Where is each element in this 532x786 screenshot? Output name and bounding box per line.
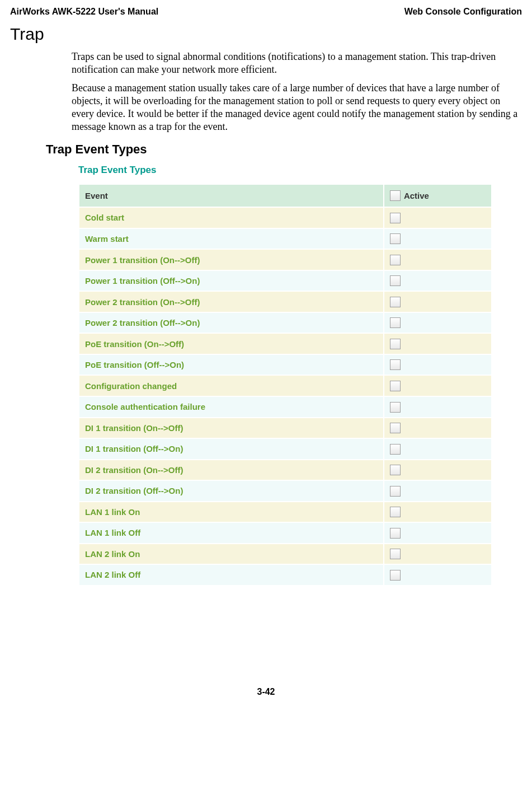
event-label: LAN 1 link Off [85,528,140,537]
paragraph-1: Traps can be used to signal abnormal con… [72,50,522,76]
event-label: LAN 2 link On [85,549,140,559]
event-label: DI 2 transition (On-->Off) [85,465,183,475]
table-row: Power 2 transition (On-->Off) [79,291,492,312]
active-all-checkbox[interactable] [390,190,401,201]
active-cell [384,460,492,481]
active-checkbox[interactable] [390,213,401,223]
table-row: PoE transition (On-->Off) [79,333,492,354]
event-cell: Configuration changed [79,375,384,396]
event-label: LAN 1 link On [85,507,140,517]
event-cell: LAN 2 link Off [79,564,384,586]
event-cell: Power 2 transition (Off-->On) [79,312,384,334]
event-label: Cold start [85,213,124,222]
active-checkbox[interactable] [390,486,401,497]
table-row: Console authentication failure [79,396,492,418]
event-cell: DI 1 transition (On-->Off) [79,418,384,439]
header-left: AirWorks AWK-5222 User's Manual [10,7,158,17]
active-cell [384,207,492,228]
active-checkbox[interactable] [390,297,401,307]
active-checkbox[interactable] [390,359,401,370]
event-cell: DI 1 transition (Off-->On) [79,438,384,460]
active-cell [384,291,492,312]
active-checkbox[interactable] [390,339,401,349]
th-active: Active [384,184,492,207]
event-label: Power 2 transition (On-->Off) [85,297,200,307]
trap-table-title: Trap Event Types [78,165,522,176]
event-label: Power 2 transition (Off-->On) [85,318,200,328]
active-cell [384,438,492,460]
active-cell [384,544,492,565]
active-checkbox[interactable] [390,233,401,244]
table-row: DI 1 transition (On-->Off) [79,418,492,439]
event-label: Power 1 transition (Off-->On) [85,276,200,286]
active-checkbox[interactable] [390,444,401,455]
active-cell [384,418,492,439]
page-footer: 3-42 [10,687,522,697]
event-label: PoE transition (Off-->On) [85,360,184,369]
table-row: DI 2 transition (Off-->On) [79,480,492,502]
active-checkbox[interactable] [390,275,401,286]
active-checkbox[interactable] [390,423,401,433]
header-right: Web Console Configuration [404,7,522,17]
active-cell [384,354,492,376]
event-label: DI 1 transition (Off-->On) [85,444,183,453]
table-row: LAN 1 link Off [79,522,492,544]
table-row: LAN 1 link On [79,502,492,523]
active-cell [384,270,492,292]
active-checkbox[interactable] [390,465,401,475]
event-cell: LAN 1 link Off [79,522,384,544]
active-checkbox[interactable] [390,507,401,517]
active-checkbox[interactable] [390,402,401,413]
table-row: Cold start [79,207,492,228]
active-checkbox[interactable] [390,381,401,391]
event-cell: DI 2 transition (Off-->On) [79,480,384,502]
event-cell: Power 1 transition (On-->Off) [79,249,384,270]
active-cell [384,249,492,270]
event-label: Power 1 transition (On-->Off) [85,255,200,265]
event-label: DI 2 transition (Off-->On) [85,486,183,495]
event-cell: LAN 2 link On [79,544,384,565]
event-label: PoE transition (On-->Off) [85,339,184,349]
table-row: Power 1 transition (Off-->On) [79,270,492,292]
table-row: DI 2 transition (On-->Off) [79,460,492,481]
th-active-label: Active [404,191,429,200]
active-cell [384,312,492,334]
table-row: Configuration changed [79,375,492,396]
event-label: DI 1 transition (On-->Off) [85,423,183,433]
event-cell: DI 2 transition (On-->Off) [79,460,384,481]
event-cell: Warm start [79,228,384,250]
active-cell [384,333,492,354]
event-cell: PoE transition (On-->Off) [79,333,384,354]
event-cell: Console authentication failure [79,396,384,418]
active-cell [384,375,492,396]
event-cell: LAN 1 link On [79,502,384,523]
section-h2: Trap Event Types [46,142,522,157]
trap-event-table: Event Active Cold startWarm startPower 1… [78,184,492,586]
event-cell: Power 1 transition (Off-->On) [79,270,384,292]
active-cell [384,502,492,523]
event-cell: Cold start [79,207,384,228]
table-row: LAN 2 link On [79,544,492,565]
event-cell: Power 2 transition (On-->Off) [79,291,384,312]
event-label: LAN 2 link Off [85,570,140,579]
active-cell [384,480,492,502]
active-checkbox[interactable] [390,317,401,328]
active-checkbox[interactable] [390,570,401,581]
active-checkbox[interactable] [390,255,401,265]
table-row: Power 2 transition (Off-->On) [79,312,492,334]
table-row: DI 1 transition (Off-->On) [79,438,492,460]
event-label: Warm start [85,234,129,244]
active-cell [384,228,492,250]
section-h1: Trap [10,25,522,44]
table-row: PoE transition (Off-->On) [79,354,492,376]
th-event: Event [79,184,384,207]
event-label: Configuration changed [85,381,177,391]
table-row: Warm start [79,228,492,250]
active-checkbox[interactable] [390,549,401,559]
active-cell [384,522,492,544]
active-cell [384,396,492,418]
active-checkbox[interactable] [390,528,401,539]
paragraph-2: Because a management station usually tak… [72,82,522,133]
event-label: Console authentication failure [85,402,205,411]
event-cell: PoE transition (Off-->On) [79,354,384,376]
